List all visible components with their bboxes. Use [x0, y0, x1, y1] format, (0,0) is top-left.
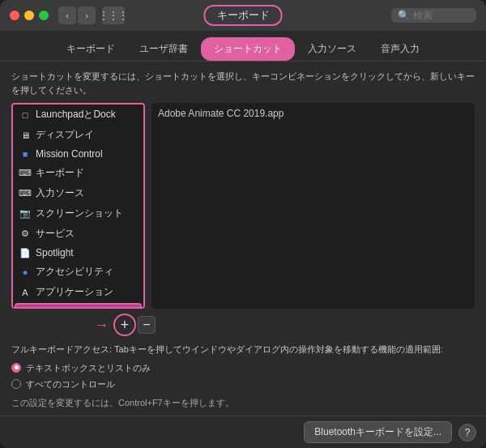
panels: □ LaunchpadとDock 🖥 ディスプレイ ■ Mission Cont…: [11, 103, 475, 309]
nav-arrows: ‹ › ⋮⋮⋮: [58, 6, 125, 24]
sidebar-item-label: Mission Control: [36, 148, 103, 160]
radio-text-list-label: テキストボックスとリストのみ: [26, 361, 151, 375]
footer-note: この設定を変更するには、Control+F7キーを押します。: [11, 396, 475, 410]
titlebar: ‹ › ⋮⋮⋮ キーボード 🔍: [0, 0, 486, 31]
spotlight-icon: 📄: [19, 247, 31, 258]
radio-item-all-controls[interactable]: すべてのコントロール: [11, 378, 475, 391]
right-panel-content: Adobe Animate CC 2019.app: [158, 108, 284, 119]
help-button[interactable]: ?: [458, 424, 476, 442]
arrow-icon: →: [94, 317, 109, 334]
bottom-bar: Bluetoothキーボードを設定... ?: [0, 416, 486, 448]
sidebar-item-keyboard[interactable]: ⌨ キーボード: [13, 163, 143, 183]
services-icon: ⚙: [19, 228, 31, 240]
launchpad-dock-icon: □: [19, 109, 31, 121]
sidebar-item-label: LaunchpadとDock: [36, 108, 116, 122]
add-button-wrapper: +: [113, 314, 136, 336]
grid-button[interactable]: ⋮⋮⋮: [102, 6, 125, 24]
tab-input-source[interactable]: 入力ソース: [296, 39, 368, 59]
sidebar-item-label: アプリケーション: [36, 285, 113, 299]
radio-group: テキストボックスとリストのみ すべてのコントロール: [11, 361, 475, 391]
sidebar-item-label: ファンクションキー: [39, 308, 126, 309]
sidebar-item-display[interactable]: 🖥 ディスプレイ: [13, 125, 143, 145]
radio-text-list-indicator: [11, 363, 21, 373]
title-center: キーボード: [204, 5, 283, 26]
tabs-bar: キーボード ユーザ辞書 ショートカット 入力ソース 音声入力: [0, 31, 486, 61]
footer-heading: フルキーボードアクセス: Tabキーを押してウインドウやダイアログ内の操作対象を…: [11, 343, 475, 356]
remove-button[interactable]: −: [138, 316, 156, 334]
keyboard-icon: ⌨: [19, 168, 31, 179]
sidebar-item-label: 入力ソース: [36, 186, 84, 200]
sidebar-item-launchpad-dock[interactable]: □ LaunchpadとDock: [13, 105, 143, 125]
main-content: ショートカットを変更するには、ショートカットを選択し、キーコンビネーションをクリ…: [0, 62, 486, 416]
sidebar-item-spotlight[interactable]: 📄 Spotlight: [13, 244, 143, 262]
display-icon: 🖥: [19, 130, 31, 141]
app-shortcuts-icon: A: [19, 287, 31, 298]
search-icon: 🔍: [398, 10, 410, 21]
tab-shortcuts[interactable]: ショートカット: [201, 37, 295, 61]
tab-voice-input[interactable]: 音声入力: [369, 39, 431, 59]
maximize-button[interactable]: [39, 11, 49, 20]
window-title: キーボード: [204, 5, 283, 26]
sidebar-item-mission-control[interactable]: ■ Mission Control: [13, 145, 143, 163]
sidebar-item-function-keys[interactable]: fn ファンクションキー: [15, 303, 142, 309]
sidebar-item-label: キーボード: [36, 166, 84, 180]
input-source-icon: ⌨: [19, 188, 31, 199]
bluetooth-button[interactable]: Bluetoothキーボードを設定...: [304, 421, 452, 443]
screenshot-icon: 📷: [19, 208, 31, 220]
instruction-text: ショートカットを変更するには、ショートカットを選択し、キーコンビネーションをクリ…: [11, 70, 475, 96]
left-panel: □ LaunchpadとDock 🖥 ディスプレイ ■ Mission Cont…: [11, 103, 145, 309]
radio-item-text-list[interactable]: テキストボックスとリストのみ: [11, 361, 475, 375]
radio-all-controls-indicator: [11, 379, 21, 389]
sidebar-item-label: スクリーンショット: [36, 207, 123, 220]
main-window: ‹ › ⋮⋮⋮ キーボード 🔍 キーボード ユーザ辞書 ショートカット 入力ソー…: [0, 0, 486, 448]
mission-control-icon: ■: [19, 148, 31, 160]
bottom-controls: → + −: [11, 314, 475, 336]
forward-button[interactable]: ›: [78, 6, 96, 24]
sidebar-item-app-shortcuts[interactable]: A アプリケーション: [13, 282, 143, 302]
sidebar-item-accessibility[interactable]: ● アクセシビリティ: [13, 262, 143, 282]
sidebar-item-label: ディスプレイ: [36, 128, 94, 142]
back-button[interactable]: ‹: [58, 6, 76, 24]
right-panel: Adobe Animate CC 2019.app: [151, 103, 475, 309]
radio-all-controls-label: すべてのコントロール: [26, 378, 115, 391]
accessibility-icon: ●: [19, 267, 31, 278]
sidebar-item-services[interactable]: ⚙ サービス: [13, 224, 143, 244]
search-input[interactable]: [413, 10, 470, 21]
sidebar-item-screenshot[interactable]: 📷 スクリーンショット: [13, 203, 143, 224]
close-button[interactable]: [10, 11, 19, 20]
sidebar-item-label: Spotlight: [36, 247, 74, 258]
footer-text: フルキーボードアクセス: Tabキーを押してウインドウやダイアログ内の操作対象を…: [11, 343, 475, 409]
sidebar-item-label: サービス: [36, 227, 75, 241]
minimize-button[interactable]: [24, 11, 34, 20]
sidebar-item-label: アクセシビリティ: [36, 265, 113, 279]
tab-keyboard[interactable]: キーボード: [55, 39, 126, 59]
sidebar-item-input-source[interactable]: ⌨ 入力ソース: [13, 183, 143, 203]
tab-user-dict[interactable]: ユーザ辞書: [128, 39, 199, 59]
traffic-lights: [10, 11, 49, 20]
search-bar[interactable]: 🔍: [391, 8, 476, 23]
add-button[interactable]: +: [115, 315, 134, 335]
